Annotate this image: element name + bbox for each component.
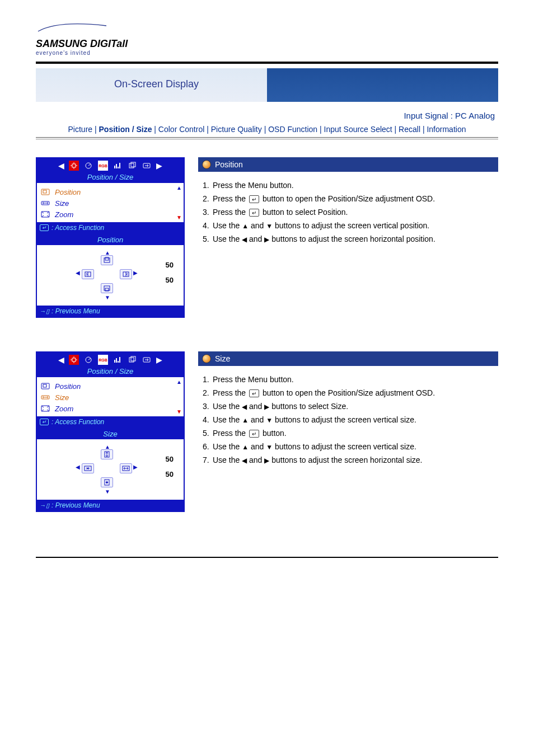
instruction-steps: 1.Press the Menu button. 2.Press the ↵ b… xyxy=(198,374,498,466)
prev-menu-text: : Previous Menu xyxy=(51,501,100,509)
left-arrow-icon: ◀ xyxy=(242,403,247,411)
osd-previous-menu-hint: →▯ : Previous Menu xyxy=(37,306,184,317)
brand-tagline: everyone's invited xyxy=(36,50,498,56)
scroll-up-icon: ▲ xyxy=(176,185,182,191)
right-arrow-icon: ▶ xyxy=(133,464,138,470)
enter-key-icon: ↵ xyxy=(249,430,259,438)
color-icon xyxy=(83,355,93,365)
osd-icon-row: ◀ RGB xyxy=(37,158,184,173)
osd-func-icon xyxy=(127,355,137,365)
logo-swoosh-icon xyxy=(36,22,109,34)
size-v-expand-icon xyxy=(101,449,113,459)
nav-right-icon: ▶ xyxy=(156,355,162,364)
right-arrow-icon: ▶ xyxy=(264,403,269,411)
banner: On-Screen Display xyxy=(36,68,498,102)
value-vertical: 50 xyxy=(166,455,174,463)
list-item-label: Position xyxy=(55,188,81,196)
list-item-label: Zoom xyxy=(55,210,73,219)
rgb-icon: RGB xyxy=(98,355,108,365)
size-icon xyxy=(40,199,50,207)
position-control-pad: ▲ ▼ ◀ ▶ xyxy=(76,250,138,294)
osd-menu-title: Position / Size xyxy=(37,173,184,183)
page-title: On-Screen Display xyxy=(114,78,199,90)
right-arrow-icon: ▶ xyxy=(133,270,138,276)
list-item: Position xyxy=(40,381,180,392)
left-arrow-icon: ◀ xyxy=(76,464,80,470)
svg-rect-0 xyxy=(72,164,76,167)
svg-rect-21 xyxy=(129,358,134,362)
value-horizontal: 50 xyxy=(166,276,174,284)
svg-rect-25 xyxy=(43,384,46,387)
osd-screenshot-size: ◀ RGB xyxy=(36,351,185,512)
divider xyxy=(36,62,498,64)
scroll-up-icon: ▲ xyxy=(176,379,182,385)
value-vertical: 50 xyxy=(166,261,174,269)
enter-key-icon: ↵ xyxy=(40,419,49,425)
osd-screenshot-position: ◀ RGB xyxy=(36,157,185,318)
position-icon xyxy=(40,382,50,390)
down-arrow-icon: ▼ xyxy=(105,294,110,300)
enter-key-icon: ↵ xyxy=(249,209,259,217)
osd-hint-text: : Access Function xyxy=(51,224,104,232)
source-icon xyxy=(142,161,152,171)
nav-left-icon: ◀ xyxy=(58,161,64,170)
prev-menu-text: : Previous Menu xyxy=(51,307,100,315)
osd-icon-row: ◀ RGB xyxy=(37,353,184,367)
section-tabs: Picture | Position / Size | Color Contro… xyxy=(36,125,498,134)
osd-hint-text: : Access Function xyxy=(51,418,104,426)
list-item-label: Position xyxy=(55,382,81,391)
input-signal-label: Input Signal : PC Analog xyxy=(36,111,495,120)
osd-access-hint: ↵ : Access Function xyxy=(37,416,184,428)
down-arrow-icon: ▼ xyxy=(266,443,273,451)
exit-icon: →▯ xyxy=(40,502,49,509)
enter-key-icon: ↵ xyxy=(249,389,259,397)
pos-left-icon xyxy=(82,269,94,279)
step-text: Press the Menu button. xyxy=(213,375,294,384)
section-heading-text: Size xyxy=(215,354,230,363)
list-item: Size xyxy=(40,198,180,209)
position-size-tab-icon xyxy=(69,161,79,171)
tab-position-size[interactable]: Position / Size xyxy=(99,125,152,134)
value-horizontal: 50 xyxy=(166,470,174,478)
size-icon xyxy=(40,393,50,401)
svg-rect-18 xyxy=(72,358,76,361)
bullet-icon xyxy=(203,161,210,168)
nav-left-icon: ◀ xyxy=(58,355,64,364)
size-h-shrink-icon xyxy=(82,463,94,473)
left-arrow-icon: ◀ xyxy=(242,236,247,243)
osd-access-hint: ↵ : Access Function xyxy=(37,222,184,233)
brand-name: SAMSUNG DIGITall xyxy=(36,38,498,50)
size-h-expand-icon xyxy=(120,463,132,473)
pos-up-icon xyxy=(101,255,113,265)
exit-icon: →▯ xyxy=(40,308,49,315)
list-item-label: Zoom xyxy=(55,405,73,413)
footer-divider xyxy=(36,557,498,558)
enter-key-icon: ↵ xyxy=(249,195,259,203)
osd-func-icon xyxy=(127,161,137,171)
osd-menu-title: Position / Size xyxy=(37,367,184,377)
down-arrow-icon: ▼ xyxy=(266,416,273,424)
list-item: Zoom xyxy=(40,403,180,414)
right-arrow-icon: ▶ xyxy=(264,236,269,243)
scroll-down-icon: ▼ xyxy=(176,408,182,415)
list-item-label: Size xyxy=(55,393,69,402)
pos-down-icon xyxy=(101,283,113,293)
rgb-icon: RGB xyxy=(98,161,108,171)
source-icon xyxy=(142,355,152,365)
section-heading: Size xyxy=(198,351,498,366)
position-icon xyxy=(40,188,50,196)
enter-key-icon: ↵ xyxy=(40,224,49,231)
brand-logo: SAMSUNG DIGITall everyone's invited xyxy=(36,22,498,56)
svg-rect-7 xyxy=(43,190,46,193)
svg-line-2 xyxy=(88,164,91,166)
left-arrow-icon: ◀ xyxy=(242,457,247,464)
svg-rect-22 xyxy=(131,356,135,361)
list-item: Size xyxy=(40,392,180,403)
pos-right-icon xyxy=(120,269,132,279)
down-arrow-icon: ▼ xyxy=(105,489,110,495)
instruction-steps: 1.Press the Menu button. 2.Press the ↵ b… xyxy=(198,180,498,245)
divider xyxy=(36,137,498,139)
section-heading: Position xyxy=(198,157,498,172)
svg-rect-4 xyxy=(131,162,135,167)
position-size-tab-icon xyxy=(69,355,79,365)
